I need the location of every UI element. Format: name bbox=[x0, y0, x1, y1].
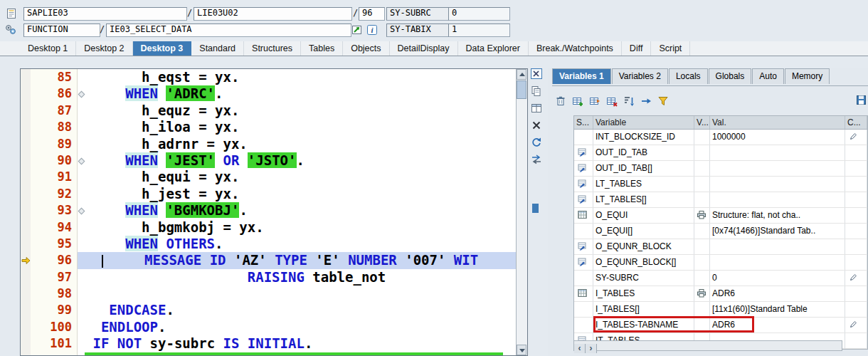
breakpoint-gutter[interactable] bbox=[21, 69, 31, 85]
info-icon[interactable]: i bbox=[366, 24, 379, 36]
editor-vertical-scrollbar[interactable] bbox=[516, 69, 527, 355]
navigate-icon[interactable] bbox=[351, 24, 364, 36]
breakpoint-gutter[interactable] bbox=[21, 152, 31, 169]
column-header-s[interactable]: S... bbox=[574, 116, 593, 129]
close-icon[interactable] bbox=[531, 68, 544, 81]
desktop-tab-desktop-1[interactable]: Desktop 1 bbox=[20, 41, 76, 56]
breakpoint-gutter[interactable] bbox=[21, 103, 31, 119]
breakpoint-gutter[interactable] bbox=[21, 169, 31, 185]
variable-row-i-tables[interactable]: I_TABLES[][11x1(60)]Standard Table bbox=[574, 302, 867, 318]
table-delete-icon[interactable] bbox=[606, 95, 619, 107]
desktop-tab-script[interactable]: Script bbox=[651, 41, 690, 56]
transfer-icon[interactable] bbox=[640, 95, 653, 107]
breakpoint-gutter[interactable] bbox=[21, 85, 31, 102]
split-icon[interactable] bbox=[531, 103, 544, 115]
column-header-variable[interactable]: Variable bbox=[593, 116, 694, 129]
column-header-val[interactable]: Val. bbox=[710, 116, 845, 129]
copy-icon[interactable] bbox=[531, 85, 544, 98]
variable-row-sy-subrc[interactable]: SY-SUBRC0 bbox=[574, 271, 867, 286]
table-append-icon[interactable] bbox=[572, 95, 585, 107]
variable-row-lt-tables[interactable]: LT_TABLES[] bbox=[574, 192, 867, 208]
code-line-94[interactable]: 94 h_bgmkobj = yx. bbox=[21, 219, 517, 236]
code-line-98[interactable]: 98 bbox=[21, 286, 517, 302]
code-line-86[interactable]: 86 WHEN 'ADRC'. bbox=[21, 85, 517, 102]
desktop-tab-objects[interactable]: Objects bbox=[343, 41, 389, 56]
variables-tab-globals[interactable]: Globals bbox=[709, 68, 752, 84]
pencil-icon[interactable] bbox=[850, 132, 858, 142]
breakpoint-gutter[interactable] bbox=[21, 352, 31, 355]
pencil-icon[interactable] bbox=[850, 273, 858, 283]
variables-horizontal-scrollbar[interactable]: ‹› bbox=[573, 340, 842, 351]
code-line-89[interactable]: 89 h_adrnr = yx. bbox=[21, 136, 517, 152]
breakpoint-gutter[interactable] bbox=[21, 186, 31, 202]
code-line-96[interactable]: 96 MESSAGE ID 'AZ' TYPE 'E' NUMBER '007'… bbox=[21, 252, 517, 268]
desktop-tab-diff[interactable]: Diff bbox=[622, 41, 652, 56]
code-line-99[interactable]: 99 ENDCASE. bbox=[21, 302, 517, 318]
code-line-93[interactable]: 93 WHEN 'BGMKOBJ'. bbox=[21, 202, 517, 219]
variable-row-o-equnr-block[interactable]: O_EQUNR_BLOCK[] bbox=[574, 255, 867, 271]
sort-icon[interactable] bbox=[623, 95, 636, 107]
function-name-field[interactable]: IE03_SELECT_DATA bbox=[106, 23, 351, 37]
table-insert-icon[interactable] bbox=[589, 95, 602, 107]
breakpoint-gutter[interactable] bbox=[21, 119, 31, 135]
breakpoint-gutter[interactable] bbox=[21, 136, 31, 152]
desktop-tab-structures[interactable]: Structures bbox=[244, 41, 301, 56]
print-icon[interactable] bbox=[697, 290, 706, 300]
breakpoint-gutter[interactable] bbox=[21, 335, 31, 352]
desktop-tab-data-explorer[interactable]: Data Explorer bbox=[458, 41, 529, 56]
variable-row-o-equi[interactable]: O_EQUI[][0x74(1466)]Standard Tab.. bbox=[574, 224, 867, 239]
variable-row-out-id-tab[interactable]: OUT_ID_TAB[] bbox=[574, 161, 867, 177]
pencil-icon[interactable] bbox=[850, 320, 858, 330]
code-line-next[interactable] bbox=[21, 352, 517, 355]
breakpoint-gutter[interactable] bbox=[21, 202, 31, 219]
scroll-thumb[interactable] bbox=[517, 80, 526, 99]
code-line-101[interactable]: 101 IF NOT sy-subrc IS INITIAL. bbox=[21, 335, 517, 352]
hscroll-left-button[interactable]: ‹ bbox=[574, 344, 586, 353]
variables-tab-locals[interactable]: Locals bbox=[669, 68, 708, 84]
desktop-tab-standard[interactable]: Standard bbox=[191, 41, 244, 56]
refresh-icon[interactable] bbox=[531, 137, 544, 150]
hscroll-right-button[interactable]: › bbox=[586, 344, 597, 353]
variables-tab-memory[interactable]: Memory bbox=[785, 68, 830, 84]
program-field[interactable]: SAPLIE03 bbox=[23, 7, 187, 21]
breakpoint-gutter[interactable] bbox=[21, 286, 31, 302]
code-editor[interactable]: 85 h_eqst = yx.86 WHEN 'ADRC'.87 h_equz … bbox=[20, 68, 528, 356]
code-line-100[interactable]: 100 ENDLOOP. bbox=[21, 319, 517, 335]
print-icon[interactable] bbox=[697, 211, 706, 221]
code-line-90[interactable]: 90 WHEN 'JEST' OR 'JSTO'. bbox=[21, 152, 517, 169]
breakpoint-gutter[interactable] bbox=[21, 236, 31, 252]
line-number-field[interactable]: 96 bbox=[359, 7, 385, 21]
code-line-87[interactable]: 87 h_equz = yx. bbox=[21, 103, 517, 119]
swap-icon[interactable] bbox=[531, 154, 544, 167]
execution-arrow-icon[interactable] bbox=[21, 252, 31, 268]
variables-tab-auto[interactable]: Auto bbox=[752, 68, 784, 84]
scroll-down-button[interactable] bbox=[517, 345, 526, 355]
save-layout-icon[interactable] bbox=[856, 95, 867, 105]
breakpoint-gutter[interactable] bbox=[21, 302, 31, 318]
code-line-85[interactable]: 85 h_eqst = yx. bbox=[21, 69, 517, 85]
breakpoint-gutter[interactable] bbox=[21, 319, 31, 335]
desktop-tab-detaildisplay[interactable]: DetailDisplay bbox=[390, 41, 458, 56]
include-field[interactable]: LIE03U02 bbox=[194, 7, 352, 21]
delete-icon[interactable] bbox=[531, 120, 544, 132]
variable-row-o-equnr-block[interactable]: O_EQUNR_BLOCK bbox=[574, 239, 867, 255]
column-header-c[interactable]: C... bbox=[845, 116, 867, 129]
column-header-v[interactable]: V... bbox=[694, 116, 710, 129]
variable-row-o-equi[interactable]: O_EQUIStructure: flat, not cha.. bbox=[574, 208, 867, 224]
trash-icon[interactable] bbox=[555, 95, 568, 107]
variables-tab-variables-1[interactable]: Variables 1 bbox=[552, 68, 611, 84]
variable-row-out-id-tab[interactable]: OUT_ID_TAB bbox=[574, 145, 867, 161]
desktop-tab-tables[interactable]: Tables bbox=[301, 41, 343, 56]
filter-icon[interactable] bbox=[657, 95, 670, 107]
code-line-97[interactable]: 97 RAISING table_not bbox=[21, 269, 517, 286]
variable-row-i-tables[interactable]: I_TABLESADR6 bbox=[574, 286, 867, 302]
scroll-up-button[interactable] bbox=[517, 69, 526, 80]
breakpoint-gutter[interactable] bbox=[21, 269, 31, 286]
code-line-91[interactable]: 91 h_equi = yx. bbox=[21, 169, 517, 185]
desktop-tab-desktop-3[interactable]: Desktop 3 bbox=[133, 41, 192, 56]
variable-row-lt-tables[interactable]: LT_TABLES bbox=[574, 177, 867, 192]
desktop-tab-break-watchpoints[interactable]: Break./Watchpoints bbox=[529, 41, 622, 56]
code-line-92[interactable]: 92 h_jest = yx. bbox=[21, 186, 517, 202]
code-line-95[interactable]: 95 WHEN OTHERS. bbox=[21, 236, 517, 252]
variable-row-int-blocksize-id[interactable]: INT_BLOCKSIZE_ID1000000 bbox=[574, 130, 867, 145]
